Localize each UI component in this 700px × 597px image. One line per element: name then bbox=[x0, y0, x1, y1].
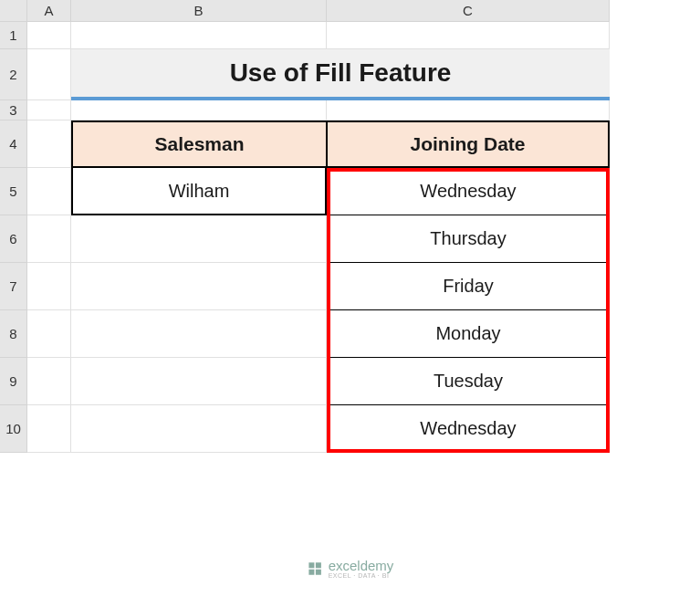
row-header-9[interactable]: 9 bbox=[0, 358, 27, 405]
col-header-a[interactable]: A bbox=[27, 0, 71, 22]
cell-c6-date[interactable]: Thursday bbox=[327, 215, 610, 263]
cell-a8[interactable] bbox=[27, 310, 71, 358]
spreadsheet-grid: A B C 1 2 Use of Fill Feature 3 4 Salesm… bbox=[0, 0, 610, 453]
cell-a3[interactable] bbox=[27, 100, 71, 120]
cell-b5-salesman[interactable]: Wilham bbox=[71, 168, 327, 215]
cell-b3[interactable] bbox=[71, 100, 327, 120]
row-header-2[interactable]: 2 bbox=[0, 49, 27, 100]
row-header-5[interactable]: 5 bbox=[0, 168, 27, 215]
cell-a1[interactable] bbox=[27, 22, 71, 49]
table-header-salesman[interactable]: Salesman bbox=[71, 120, 327, 168]
col-header-c[interactable]: C bbox=[327, 0, 610, 22]
title-cell[interactable]: Use of Fill Feature bbox=[71, 49, 610, 100]
cell-a6[interactable] bbox=[27, 215, 71, 263]
cell-c5-date[interactable]: Wednesday bbox=[327, 168, 610, 215]
cell-c3[interactable] bbox=[327, 100, 610, 120]
row-header-7[interactable]: 7 bbox=[0, 263, 27, 310]
cell-b7[interactable] bbox=[71, 263, 327, 310]
cell-c7-date[interactable]: Friday bbox=[327, 263, 610, 310]
cell-a2[interactable] bbox=[27, 49, 71, 100]
cell-a7[interactable] bbox=[27, 263, 71, 310]
row-header-1[interactable]: 1 bbox=[0, 22, 27, 49]
row-header-10[interactable]: 10 bbox=[0, 405, 27, 453]
row-header-6[interactable]: 6 bbox=[0, 215, 27, 263]
cell-b9[interactable] bbox=[71, 358, 327, 405]
cell-a9[interactable] bbox=[27, 358, 71, 405]
cell-a4[interactable] bbox=[27, 120, 71, 168]
row-header-8[interactable]: 8 bbox=[0, 310, 27, 358]
watermark-name: exceldemy bbox=[329, 558, 394, 573]
cell-a5[interactable] bbox=[27, 168, 71, 215]
cell-b10[interactable] bbox=[71, 405, 327, 453]
row-header-3[interactable]: 3 bbox=[0, 100, 27, 120]
col-header-b[interactable]: B bbox=[71, 0, 327, 22]
cell-c1[interactable] bbox=[327, 22, 610, 49]
watermark: exceldemy EXCEL · DATA · BI bbox=[307, 558, 394, 579]
cell-b1[interactable] bbox=[71, 22, 327, 49]
cell-c10-date[interactable]: Wednesday bbox=[327, 405, 610, 453]
select-all-corner[interactable] bbox=[0, 0, 27, 22]
cell-b8[interactable] bbox=[71, 310, 327, 358]
cell-c9-date[interactable]: Tuesday bbox=[327, 358, 610, 405]
table-header-joining-date[interactable]: Joining Date bbox=[327, 120, 610, 168]
cell-b6[interactable] bbox=[71, 215, 327, 263]
cell-c8-date[interactable]: Monday bbox=[327, 310, 610, 358]
cell-a10[interactable] bbox=[27, 405, 71, 453]
watermark-tagline: EXCEL · DATA · BI bbox=[329, 572, 394, 579]
watermark-icon bbox=[307, 560, 323, 577]
row-header-4[interactable]: 4 bbox=[0, 120, 27, 168]
